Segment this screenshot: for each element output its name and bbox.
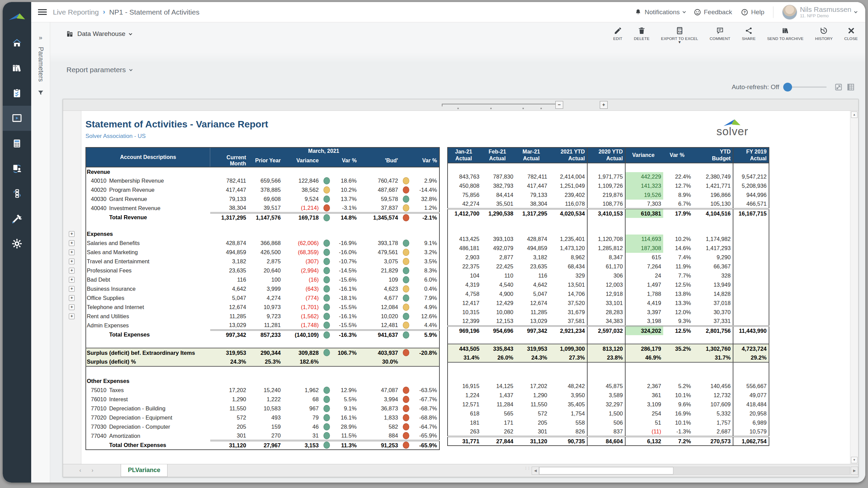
cell[interactable]: 443,505: [448, 344, 481, 353]
cell[interactable]: -2.1%: [412, 213, 439, 222]
cell[interactable]: 954,696: [481, 326, 515, 335]
cell[interactable]: 7.4%: [663, 253, 693, 262]
cell[interactable]: 106.7%: [333, 348, 359, 357]
cell[interactable]: 782,411: [210, 176, 248, 185]
cell[interactable]: 4.9%: [412, 303, 439, 312]
cell[interactable]: 140,456: [693, 382, 733, 391]
notifications-button[interactable]: Notifications: [634, 8, 685, 16]
cell[interactable]: 361: [625, 391, 663, 400]
cell[interactable]: 262: [481, 427, 515, 436]
sidebar-item-budgeting[interactable]: [3, 131, 31, 156]
expand-row-button[interactable]: +: [69, 268, 75, 273]
cell[interactable]: 26.0%: [481, 353, 515, 362]
cell[interactable]: 4,020,534: [549, 209, 587, 218]
cell[interactable]: 4,623: [359, 284, 400, 293]
cell[interactable]: 6,132: [625, 436, 663, 446]
expand-row-button[interactable]: +: [69, 231, 75, 237]
cell[interactable]: (2,994): [283, 266, 321, 275]
account-label[interactable]: Membership Revenue: [108, 176, 210, 185]
cell[interactable]: 10,973: [248, 303, 283, 312]
cell[interactable]: -67.7%: [412, 395, 439, 404]
account-code[interactable]: 40030: [86, 195, 108, 204]
cell[interactable]: -68.8%: [412, 413, 439, 422]
cell[interactable]: [733, 308, 769, 317]
sidebar-item-archive[interactable]: [3, 56, 31, 81]
cell[interactable]: -68.7%: [412, 404, 439, 413]
sidebar-item-admin-tools[interactable]: [3, 206, 31, 231]
delete-button[interactable]: DELETE: [634, 26, 650, 43]
breadcrumb-live-reporting[interactable]: Live Reporting: [53, 8, 99, 16]
cell[interactable]: 290,344: [248, 348, 283, 357]
cell[interactable]: 8,347: [587, 253, 625, 262]
cell[interactable]: 6.0%: [412, 275, 439, 284]
cell[interactable]: 319,953: [210, 348, 248, 357]
cell[interactable]: 403,937: [359, 348, 400, 357]
section-label[interactable]: Revenue: [86, 167, 210, 176]
cell[interactable]: 12,481: [359, 321, 400, 330]
cell[interactable]: 35,501: [481, 200, 515, 209]
cell[interactable]: (1,214): [283, 204, 321, 213]
data-source-selector[interactable]: Data Warehouse: [66, 30, 131, 38]
cell[interactable]: -20.8%: [412, 348, 439, 357]
cell[interactable]: 7.7%: [663, 271, 693, 280]
cell[interactable]: 263: [448, 427, 481, 436]
cell[interactable]: 30.0%: [359, 357, 400, 366]
cell[interactable]: 492,079: [481, 244, 515, 253]
cell[interactable]: 826: [549, 427, 587, 436]
grid-view-icon[interactable]: [846, 83, 855, 92]
cell[interactable]: 1,421,771: [693, 181, 733, 190]
cell[interactable]: 13.3%: [663, 299, 693, 308]
cell[interactable]: 21,829: [359, 266, 400, 275]
cell[interactable]: 79,133: [515, 190, 549, 200]
cell[interactable]: 2,801,756: [693, 326, 733, 335]
cell[interactable]: 857,233: [248, 330, 283, 339]
total-label[interactable]: Total Expenses: [108, 330, 210, 339]
cell[interactable]: 12.7%: [663, 181, 693, 190]
cell[interactable]: 1,174,982: [693, 235, 733, 244]
cell[interactable]: 1,222: [248, 395, 283, 404]
cell[interactable]: 843,763: [448, 172, 481, 181]
cell[interactable]: 11,550: [210, 404, 248, 413]
cell[interactable]: 11,550: [515, 400, 549, 409]
cell[interactable]: -16.3%: [333, 330, 359, 339]
cell[interactable]: 1,962: [283, 386, 321, 395]
cell[interactable]: 19,526: [625, 190, 663, 200]
cell[interactable]: 3.5%: [412, 257, 439, 266]
fullscreen-icon[interactable]: [834, 83, 843, 92]
cell[interactable]: 37,018: [693, 299, 733, 308]
expand-row-button[interactable]: +: [69, 249, 75, 255]
cell[interactable]: 105,130: [693, 200, 733, 209]
cell[interactable]: 91,253: [359, 441, 400, 450]
cell[interactable]: 12.6%: [412, 312, 439, 321]
cell[interactable]: 15,240: [248, 386, 283, 395]
vertical-scrollbar[interactable]: ▲ ▼: [850, 111, 858, 464]
cell[interactable]: 0.4%: [412, 284, 439, 293]
cell[interactable]: 418,484: [733, 400, 769, 409]
cell[interactable]: -18.1%: [333, 293, 359, 303]
cell[interactable]: 181: [448, 418, 481, 427]
slider-knob[interactable]: [783, 83, 792, 92]
account-code[interactable]: 40040: [86, 204, 108, 213]
cell[interactable]: 3,999: [248, 284, 283, 293]
cell[interactable]: -16.1%: [333, 284, 359, 293]
cell[interactable]: 494,859: [515, 244, 549, 253]
cell[interactable]: 37,520: [549, 299, 587, 308]
cell[interactable]: 2,414,004: [549, 172, 587, 181]
cell[interactable]: 48,242: [549, 382, 587, 391]
cell[interactable]: 4,104,516: [693, 209, 733, 218]
row-label[interactable]: Surplus (deficit) bef. Extraordinary Ite…: [86, 348, 210, 357]
cell[interactable]: -16.9%: [333, 239, 359, 248]
cell[interactable]: 187,308: [625, 244, 663, 253]
share-button[interactable]: SHARE: [742, 26, 756, 43]
cell[interactable]: 301: [515, 427, 549, 436]
cell[interactable]: 428,874: [515, 235, 549, 244]
cell[interactable]: [733, 317, 769, 326]
cell[interactable]: 16,167,715: [733, 209, 769, 218]
sidebar-item-reports[interactable]: [3, 106, 31, 131]
cell[interactable]: 4,642: [515, 280, 549, 289]
cell[interactable]: 12,417: [448, 299, 481, 308]
cell[interactable]: 12,732: [693, 391, 733, 400]
cell[interactable]: 270,573: [693, 436, 733, 446]
cell[interactable]: 11.5%: [333, 431, 359, 441]
cell[interactable]: 141,323: [625, 181, 663, 190]
